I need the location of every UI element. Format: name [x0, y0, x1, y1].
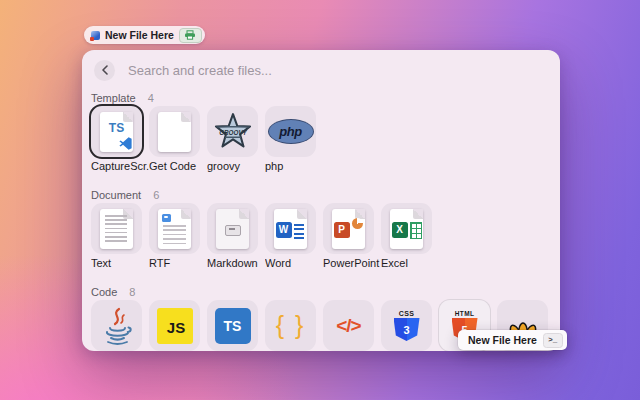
section-title: Template: [91, 92, 136, 104]
menubar-pill[interactable]: New File Here: [84, 26, 205, 44]
word-file-icon: W: [274, 209, 307, 249]
item-label: RTF: [149, 257, 207, 269]
ts-badge-text: TS: [100, 121, 133, 135]
typescript-file-icon: TS: [100, 112, 133, 152]
rtf-file-icon: [158, 209, 191, 249]
document-label-row: Text RTF Markdown Word PowerPoint Excel: [91, 257, 551, 269]
css3-badge-icon: CSS 3: [394, 310, 420, 341]
item-label: php: [265, 160, 323, 172]
document-item-word[interactable]: W: [265, 203, 316, 254]
item-label: Get Code: [149, 160, 207, 172]
spreadsheet-grid-icon: [410, 222, 422, 239]
template-item-php[interactable]: php: [265, 106, 316, 157]
vscode-logo-icon: [119, 137, 132, 150]
document-item-text[interactable]: [91, 203, 142, 254]
section-count: 8: [129, 286, 135, 298]
blank-file-icon: [158, 112, 191, 152]
search-input[interactable]: [126, 62, 548, 79]
code-item-typescript[interactable]: TS: [207, 300, 258, 351]
template-item-groovy[interactable]: GROOVY: [207, 106, 258, 157]
item-label: groovy: [207, 160, 265, 172]
item-label: Word: [265, 257, 323, 269]
typescript-logo-icon: TS: [215, 308, 251, 344]
printer-badge: [179, 28, 202, 43]
section-header: Code 8: [91, 286, 551, 298]
section-header: Template 4: [91, 92, 551, 104]
excel-file-icon: X: [390, 209, 423, 249]
code-item-codetag[interactable]: </>: [323, 300, 374, 351]
item-label: Text: [91, 257, 149, 269]
section-count: 4: [148, 92, 154, 104]
word-letter: W: [276, 222, 292, 238]
javascript-logo-icon: JS: [157, 308, 193, 344]
printer-icon: [184, 30, 196, 40]
code-item-java[interactable]: [91, 300, 142, 351]
app-window: Template 4 TS: [82, 50, 560, 351]
document-item-rtf[interactable]: [149, 203, 200, 254]
item-label: CaptureScr...: [91, 160, 149, 172]
back-button[interactable]: [94, 60, 115, 81]
groovy-star-icon: GROOVY: [212, 111, 254, 153]
document-tile-row: W P X: [91, 203, 551, 254]
template-label-row: CaptureScr... Get Code groovy php: [91, 160, 551, 172]
template-tile-row: TS GROOVY ph: [91, 106, 551, 157]
braces-icon: { }: [276, 311, 306, 340]
powerpoint-file-icon: P: [332, 209, 365, 249]
item-label: PowerPoint: [323, 257, 381, 269]
template-item-getcode[interactable]: [149, 106, 200, 157]
text-file-icon: [100, 209, 133, 249]
template-item-capturescr[interactable]: TS: [91, 106, 142, 157]
css-shield: 3: [394, 318, 420, 341]
search-bar: [94, 59, 548, 81]
svg-text:GROOVY: GROOVY: [219, 128, 247, 135]
section-count: 6: [153, 189, 159, 201]
excel-letter: X: [392, 222, 408, 238]
tooltip-label: New File Here: [468, 334, 537, 346]
item-label: Excel: [381, 257, 439, 269]
document-item-markdown[interactable]: [207, 203, 258, 254]
document-item-powerpoint[interactable]: P: [323, 203, 374, 254]
section-title: Code: [91, 286, 117, 298]
code-tag-icon: </>: [336, 315, 360, 337]
code-item-braces[interactable]: { }: [265, 300, 316, 351]
terminal-prompt-icon: >_: [543, 333, 563, 348]
chevron-left-icon: [101, 65, 109, 75]
code-item-css[interactable]: CSS 3: [381, 300, 432, 351]
app-icon: [91, 31, 100, 40]
section-header: Document 6: [91, 189, 551, 201]
new-file-tooltip: New File Here >_: [458, 330, 567, 350]
section-title: Document: [91, 189, 141, 201]
css-word: CSS: [399, 310, 415, 317]
pie-chart-icon: [352, 218, 363, 229]
html-word: HTML: [455, 310, 475, 317]
powerpoint-letter: P: [334, 222, 350, 238]
code-item-javascript[interactable]: JS: [149, 300, 200, 351]
pill-label: New File Here: [105, 29, 174, 41]
item-label: Markdown: [207, 257, 265, 269]
document-item-excel[interactable]: X: [381, 203, 432, 254]
php-logo-icon: php: [268, 119, 314, 144]
java-logo-icon: [100, 307, 134, 345]
markdown-file-icon: [216, 209, 249, 249]
